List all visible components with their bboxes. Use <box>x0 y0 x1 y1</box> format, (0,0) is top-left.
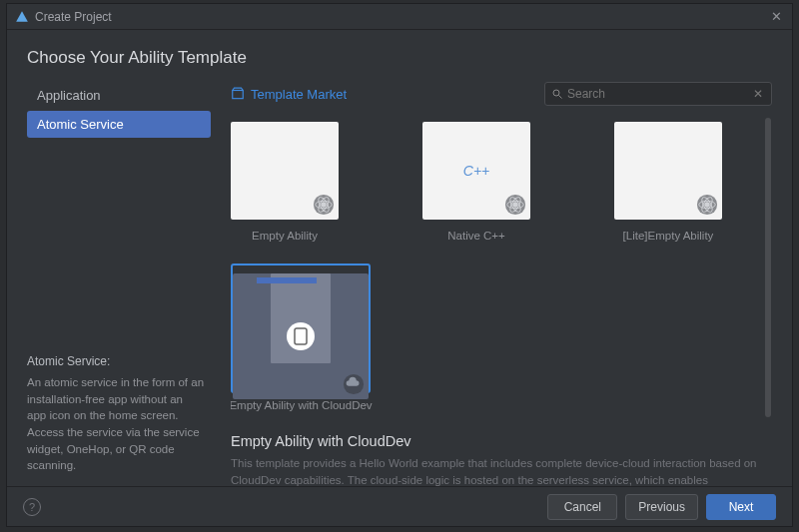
create-project-dialog: Create Project ✕ Choose Your Ability Tem… <box>6 3 793 527</box>
template-label: Native C++ <box>447 230 505 242</box>
atom-badge-icon <box>313 194 335 216</box>
sidebar-description-body: An atomic service in the form of an inst… <box>27 374 205 474</box>
close-icon[interactable]: ✕ <box>768 9 784 25</box>
svg-point-9 <box>512 202 518 208</box>
sidebar-description: Atomic Service: An atomic service in the… <box>27 354 211 474</box>
main-panel: Template Market ✕ Empty A <box>211 82 772 486</box>
page-title: Choose Your Ability Template <box>27 48 772 68</box>
svg-point-1 <box>553 90 559 96</box>
template-card-empty-ability[interactable]: Empty Ability <box>231 118 339 242</box>
svg-line-2 <box>559 96 562 99</box>
market-icon <box>231 87 245 101</box>
template-detail: Empty Ability with CloudDev This templat… <box>231 433 760 486</box>
template-detail-title: Empty Ability with CloudDev <box>231 433 760 449</box>
svg-rect-18 <box>295 328 307 344</box>
template-card-empty-ability-clouddev[interactable]: Empty Ability with CloudDev <box>231 264 371 411</box>
cloud-badge-icon <box>343 373 365 395</box>
clear-search-icon[interactable]: ✕ <box>751 87 765 101</box>
svg-point-14 <box>704 202 710 208</box>
cancel-button[interactable]: Cancel <box>547 494 617 520</box>
scrollbar-thumb[interactable] <box>765 118 771 417</box>
template-gallery: Empty Ability C++ Native C++ <box>231 118 772 486</box>
template-label: Empty Ability <box>252 230 318 242</box>
svg-rect-0 <box>233 91 244 99</box>
next-button[interactable]: Next <box>706 494 776 520</box>
sidebar-item-atomic-service[interactable]: Atomic Service <box>27 111 211 138</box>
cpp-icon: C++ <box>463 163 489 179</box>
template-label: [Lite]Empty Ability <box>623 230 714 242</box>
sidebar-item-application[interactable]: Application <box>27 82 211 109</box>
help-icon[interactable]: ? <box>23 498 41 516</box>
sidebar-description-title: Atomic Service: <box>27 354 205 368</box>
dialog-content: Choose Your Ability Template Application… <box>7 30 792 486</box>
template-card-native-cpp[interactable]: C++ Native C++ <box>422 118 530 242</box>
previous-button[interactable]: Previous <box>625 494 698 520</box>
atom-badge-icon <box>504 194 526 216</box>
device-icon <box>287 322 315 350</box>
scrollbar[interactable] <box>764 118 772 486</box>
template-market-link[interactable]: Template Market <box>231 87 347 102</box>
template-market-label: Template Market <box>251 87 347 102</box>
template-detail-body: This template provides a Hello World exa… <box>231 455 760 486</box>
svg-point-4 <box>321 202 327 208</box>
sidebar: Application Atomic Service Atomic Servic… <box>27 82 211 486</box>
market-row: Template Market ✕ <box>231 82 772 106</box>
search-input[interactable] <box>567 87 751 101</box>
window-title: Create Project <box>35 10 768 24</box>
template-label: Empty Ability with CloudDev <box>231 399 373 411</box>
dialog-footer: ? Cancel Previous Next <box>7 486 792 526</box>
template-card-lite-empty-ability[interactable]: [Lite]Empty Ability <box>614 118 722 242</box>
title-bar: Create Project ✕ <box>7 4 792 30</box>
app-logo-icon <box>15 10 29 24</box>
search-icon <box>551 88 563 100</box>
atom-badge-icon <box>696 194 718 216</box>
search-field[interactable]: ✕ <box>544 82 772 106</box>
